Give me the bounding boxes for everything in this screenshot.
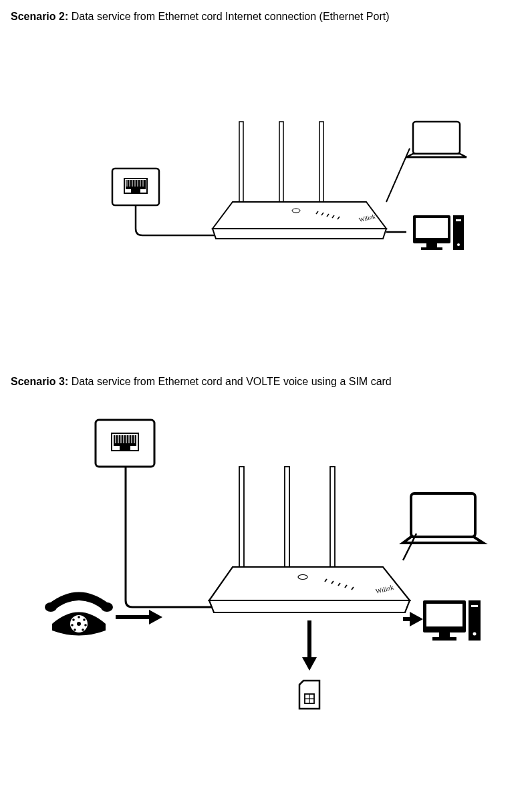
svg-line-30 [386,148,410,202]
desktop-icon [413,215,464,250]
scenario-3-text-2: and VOLTE voice using a SIM card [223,376,392,387]
svg-point-45 [77,622,81,626]
svg-rect-67 [426,604,462,626]
ethernet-wall-jack-icon [112,168,159,205]
svg-rect-33 [114,435,136,446]
telephone-icon [45,592,113,636]
svg-point-48 [84,624,87,626]
svg-point-42 [45,602,57,612]
scenario-2-diagram: Wilink [52,68,480,296]
scenario-2-text-1: Data service from [68,11,158,22]
scenario-3-diagram: Wilink [32,393,500,741]
svg-rect-20 [413,122,460,154]
arrow-down-icon [302,620,317,671]
svg-rect-55 [239,467,244,567]
svg-rect-10 [239,122,243,202]
scenario-3-label: Scenario 3: [11,376,68,387]
svg-rect-25 [421,247,442,250]
svg-point-50 [74,628,76,631]
scenario-2-heading: Scenario 2: Data service from Ethernet c… [11,11,521,23]
svg-marker-77 [302,657,317,671]
arrow-right-icon [116,610,162,624]
svg-rect-27 [456,219,461,221]
svg-rect-69 [432,637,456,641]
svg-rect-23 [416,218,448,238]
svg-point-43 [101,602,113,612]
router-icon: Wilink [209,467,410,612]
ethernet-wall-jack-icon [96,420,154,467]
svg-rect-65 [411,493,475,537]
svg-point-28 [457,243,460,246]
router-icon: Wilink [213,122,386,239]
scenario-2-label: Scenario 2: [11,11,68,22]
svg-marker-54 [149,610,162,624]
svg-rect-24 [426,243,437,247]
arrow-right-icon [403,612,423,626]
scenario-3-heading: Scenario 3: Data service from Ethernet c… [11,376,521,388]
svg-point-52 [72,618,75,621]
sim-card-icon [299,681,319,709]
scenario-3-emph: Ethernet cord [158,376,223,387]
svg-point-47 [83,618,86,621]
svg-point-51 [71,624,74,626]
svg-rect-57 [330,467,335,567]
svg-rect-11 [279,122,283,202]
svg-rect-56 [285,467,289,567]
laptop-icon [406,122,467,157]
svg-point-49 [82,628,84,631]
svg-point-72 [473,632,477,636]
svg-point-46 [78,616,80,618]
svg-marker-74 [410,612,423,626]
desktop-icon [423,600,481,641]
scenario-3-text-1: Data service from [68,376,158,387]
svg-rect-12 [319,122,323,202]
scenario-2-emph: Ethernet cord [158,11,223,22]
scenario-2-text-2: Internet connection (Ethernet Port) [223,11,390,22]
svg-rect-68 [439,632,450,637]
svg-rect-71 [471,605,478,607]
